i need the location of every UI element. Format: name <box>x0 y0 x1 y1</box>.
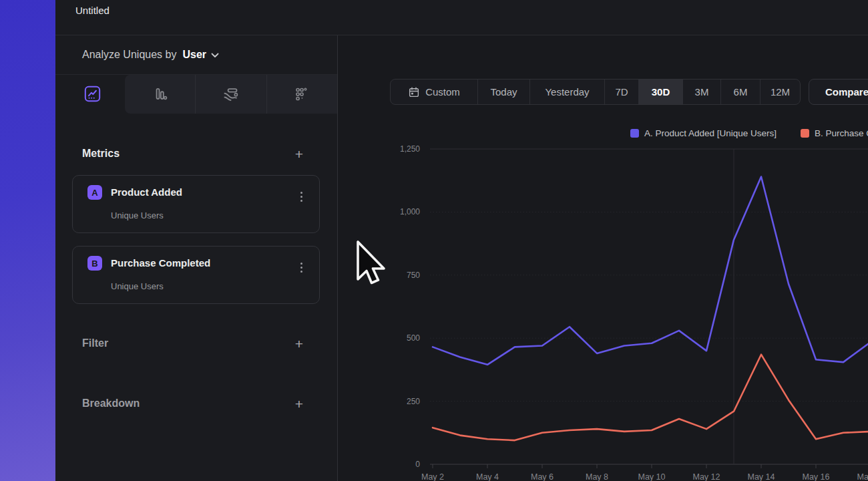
svg-text:May 14: May 14 <box>748 472 775 481</box>
flow-chart-icon <box>222 86 240 104</box>
add-filter-button[interactable]: + <box>292 337 306 350</box>
svg-text:May 12: May 12 <box>693 472 720 481</box>
line-chart[interactable]: 02505007501,0001,250May 2May 4May 6May 8… <box>338 35 868 481</box>
tab-bar-chart[interactable] <box>125 75 195 114</box>
breakdown-label: Breakdown <box>82 397 140 410</box>
add-breakdown-button[interactable]: + <box>292 397 306 410</box>
left-gradient-strip <box>0 0 55 481</box>
svg-text:1,250: 1,250 <box>400 144 420 154</box>
metric-card-product-added[interactable]: A Product Added Unique Users <box>72 175 320 233</box>
analyze-row: Analyze Uniques by User <box>55 35 337 75</box>
metric-badge-b: B <box>87 256 102 271</box>
svg-text:May 16: May 16 <box>803 472 830 481</box>
tab-funnel-steps[interactable] <box>266 75 337 114</box>
analyze-by-value: User <box>182 49 206 61</box>
svg-text:750: 750 <box>407 271 420 280</box>
analyze-by-dropdown[interactable]: User <box>182 49 219 61</box>
filter-section-header: Filter + <box>55 336 337 351</box>
kebab-menu-icon[interactable] <box>296 259 306 276</box>
metrics-label: Metrics <box>82 148 120 160</box>
svg-text:May 2: May 2 <box>421 472 444 481</box>
svg-text:May 10: May 10 <box>638 472 666 481</box>
tab-line-chart[interactable] <box>82 84 102 104</box>
unselected-tabs-panel <box>125 75 337 114</box>
app-window: Untitled Analyze Uniques by User <box>0 0 868 481</box>
svg-text:500: 500 <box>407 333 420 343</box>
metrics-section-header: Metrics + <box>55 146 337 161</box>
metric-name: Purchase Completed <box>111 257 210 269</box>
svg-text:May 4: May 4 <box>476 472 499 481</box>
svg-text:0: 0 <box>415 460 420 469</box>
svg-text:May 8: May 8 <box>586 472 608 481</box>
svg-text:250: 250 <box>407 397 420 406</box>
top-header: Untitled <box>55 0 868 35</box>
metric-card-purchase-completed[interactable]: B Purchase Completed Unique Users <box>72 246 320 304</box>
chart-panel: Custom Today Yesterday 7D 30D 3M 6M 12M … <box>337 35 868 481</box>
analyze-label: Analyze Uniques by <box>82 49 176 61</box>
line-chart-icon <box>83 85 101 103</box>
svg-text:1,000: 1,000 <box>400 207 420 216</box>
kebab-menu-icon[interactable] <box>296 188 306 205</box>
report-title[interactable]: Untitled <box>75 5 110 16</box>
tab-flow-chart[interactable] <box>195 75 266 114</box>
chart-type-tabs <box>55 75 337 114</box>
metric-badge-a: A <box>87 185 102 200</box>
chevron-down-icon <box>211 53 219 58</box>
filter-label: Filter <box>82 337 108 349</box>
metric-name: Product Added <box>111 186 182 198</box>
svg-text:May 6: May 6 <box>531 472 554 481</box>
bar-chart-icon <box>152 86 169 103</box>
svg-text:May 18: May 18 <box>857 472 868 481</box>
breakdown-section-header: Breakdown + <box>55 396 337 411</box>
funnel-dots-icon <box>293 86 310 103</box>
query-sidebar: Analyze Uniques by User <box>55 35 337 481</box>
metric-measurement[interactable]: Unique Users <box>111 281 164 291</box>
add-metric-button[interactable]: + <box>292 147 306 160</box>
metric-measurement[interactable]: Unique Users <box>111 210 164 220</box>
